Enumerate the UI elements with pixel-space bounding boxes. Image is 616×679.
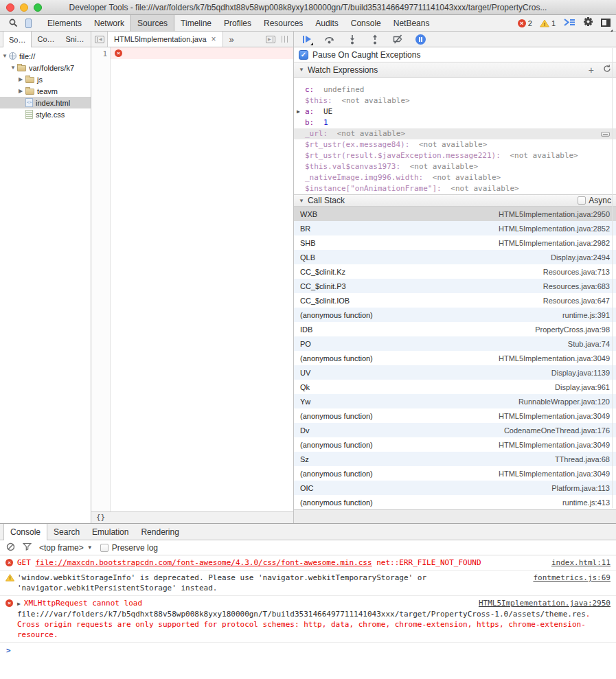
callstack-frame[interactable]: (anonymous function) HTML5Implementation… xyxy=(294,466,616,481)
callstack-frame[interactable]: WXB HTML5Implementation.java:2950 xyxy=(294,207,616,221)
error-line[interactable] xyxy=(111,47,293,59)
callstack-frame[interactable]: SHB HTML5Implementation.java:2982 xyxy=(294,235,616,250)
execution-context-selector[interactable]: <top frame> xyxy=(39,543,93,553)
step-over-button[interactable] xyxy=(324,34,335,45)
callstack-frame[interactable]: Sz TThread.java:68 xyxy=(294,452,616,466)
frame-location[interactable]: RunnableWrapper.java:120 xyxy=(518,398,610,406)
pretty-print-button[interactable]: {} xyxy=(96,513,105,522)
callstack-frame[interactable]: CC_$clinit.IOB Resources.java:647 xyxy=(294,293,616,308)
tree-item[interactable]: style.css xyxy=(0,108,91,120)
expand-icon[interactable] xyxy=(297,106,300,117)
callstack-frame[interactable]: IDB PropertyCross.java:98 xyxy=(294,322,616,336)
console-message-warning[interactable]: ! fontmetrics.js:69 'window.webkitStorag… xyxy=(0,571,616,596)
console-message-xhr-error[interactable]: HTML5Implementation.java:2950 XMLHttpReq… xyxy=(0,596,616,643)
panel-tab[interactable]: Resources xyxy=(258,15,309,31)
sidebar-tab[interactable]: Sni… xyxy=(60,32,90,47)
frame-location[interactable]: Resources.java:713 xyxy=(543,268,610,276)
watch-expression[interactable]: $rt_ustr(result.$javaException.message22… xyxy=(294,150,616,161)
watch-expression[interactable]: _nativeImage.img996.width: <not availabl… xyxy=(294,172,616,183)
message-source-link[interactable]: HTML5Implementation.java:2950 xyxy=(479,598,611,608)
watch-expression[interactable]: _url: <not available> xyxy=(294,128,616,139)
callstack-frame[interactable]: CC_$clinit.Kz Resources.java:713 xyxy=(294,264,616,279)
minimize-window-button[interactable] xyxy=(20,3,28,12)
frame-location[interactable]: HTML5Implementation.java:2852 xyxy=(499,225,610,233)
frame-location[interactable]: Resources.java:647 xyxy=(543,297,610,305)
frame-location[interactable]: runtime.js:413 xyxy=(562,498,610,507)
filter-button[interactable] xyxy=(23,542,32,553)
frame-location[interactable]: Platform.java:113 xyxy=(551,484,610,492)
show-navigator-button[interactable] xyxy=(91,32,108,47)
call-stack-header[interactable]: Call Stack Async xyxy=(294,194,616,207)
disclosure-icon[interactable] xyxy=(19,88,25,94)
callstack-frame[interactable]: (anonymous function) runtime.js:391 xyxy=(294,308,616,322)
pause-on-exceptions-button[interactable] xyxy=(415,34,426,45)
close-window-button[interactable] xyxy=(6,3,14,12)
panel-tab[interactable]: Audits xyxy=(309,15,344,31)
disclosure-icon[interactable] xyxy=(19,76,25,82)
frame-location[interactable]: CodenameOneThread.java:176 xyxy=(504,426,610,435)
async-toggle[interactable]: Async xyxy=(578,196,611,205)
callstack-frame[interactable]: Yw RunnableWrapper.java:120 xyxy=(294,394,616,408)
drawer-tab[interactable]: Search xyxy=(47,524,86,540)
preserve-log-toggle[interactable]: Preserve log xyxy=(100,543,158,553)
panel-tab[interactable]: Console xyxy=(345,15,387,31)
delete-watch-icon[interactable] xyxy=(601,132,610,137)
panel-tab[interactable]: Elements xyxy=(41,15,88,31)
frame-location[interactable]: Display.java:1139 xyxy=(551,369,610,377)
settings-button[interactable] xyxy=(583,16,593,30)
frame-location[interactable]: Display.java:2494 xyxy=(551,253,610,262)
callstack-frame[interactable]: (anonymous function) HTML5Implementation… xyxy=(294,408,616,423)
frame-location[interactable]: HTML5Implementation.java:3049 xyxy=(499,470,610,478)
watch-expression[interactable]: $rt_ustr(ex.message84): <not available> xyxy=(294,139,616,150)
refresh-watch-button[interactable] xyxy=(603,65,611,75)
resume-button[interactable] xyxy=(301,34,312,45)
device-mode-button[interactable] xyxy=(21,15,36,31)
message-source-link[interactable]: index.html:11 xyxy=(551,557,611,568)
callstack-frame[interactable]: CC_$clinit.P3 Resources.java:683 xyxy=(294,279,616,293)
callstack-frame[interactable]: QLB Display.java:2494 xyxy=(294,250,616,264)
clear-console-button[interactable] xyxy=(6,542,15,553)
sidebar-tab[interactable]: Co… xyxy=(32,32,60,47)
editor-body[interactable]: 1 xyxy=(91,47,293,511)
watch-expression[interactable]: $instance["onAnimationFrame"]: <not avai… xyxy=(294,183,616,194)
watch-expressions-header[interactable]: Watch Expressions + xyxy=(294,62,616,78)
watch-expression[interactable]: $this.val$canvas1973: <not available> xyxy=(294,161,616,172)
more-tabs-button[interactable] xyxy=(223,32,240,47)
warning-count-badge[interactable]: ! 1 xyxy=(540,19,556,27)
callstack-frame[interactable]: (anonymous function) HTML5Implementation… xyxy=(294,437,616,452)
callstack-frame[interactable]: UV Display.java:1139 xyxy=(294,365,616,380)
pause-on-caught-row[interactable]: Pause On Caught Exceptions xyxy=(294,47,616,62)
drawer-tab[interactable]: Rendering xyxy=(135,524,185,540)
add-watch-button[interactable]: + xyxy=(589,67,594,73)
tree-item[interactable]: teavm xyxy=(0,85,91,97)
editor-tab[interactable]: HTML5Implementation.java xyxy=(108,32,223,47)
frame-location[interactable]: Stub.java:74 xyxy=(568,340,610,348)
splitter-grip-icon[interactable] xyxy=(282,36,288,43)
step-out-button[interactable] xyxy=(369,34,380,45)
zoom-window-button[interactable] xyxy=(34,3,42,12)
close-tab-icon[interactable] xyxy=(212,34,216,44)
frame-location[interactable]: PropertyCross.java:98 xyxy=(535,325,610,334)
expand-message-icon[interactable] xyxy=(17,601,21,607)
panel-tab[interactable]: Network xyxy=(88,15,130,31)
sidebar-tab[interactable]: So… xyxy=(3,32,32,47)
watch-expression[interactable]: a: UE xyxy=(294,106,616,117)
frame-location[interactable]: HTML5Implementation.java:3049 xyxy=(499,412,610,420)
callstack-frame[interactable]: PO Stub.java:74 xyxy=(294,336,616,351)
frame-location[interactable]: HTML5Implementation.java:2950 xyxy=(499,210,610,218)
inspect-element-button[interactable] xyxy=(5,15,21,31)
callstack-frame[interactable]: Qk Display.java:961 xyxy=(294,380,616,394)
console-prompt[interactable]: > xyxy=(0,643,616,658)
callstack-frame[interactable]: (anonymous function) runtime.js:413 xyxy=(294,495,616,509)
tree-item[interactable]: file:// xyxy=(0,50,91,62)
drawer-tab[interactable]: Console xyxy=(3,524,47,540)
drawer-tab[interactable]: Emulation xyxy=(86,524,135,540)
code-area[interactable] xyxy=(111,47,293,511)
toggle-drawer-button[interactable] xyxy=(563,17,575,30)
panel-tab[interactable]: NetBeans xyxy=(387,15,436,31)
console-message-error[interactable]: index.html:11 GET file://maxcdn.bootstra… xyxy=(0,555,616,571)
callstack-frame[interactable]: (anonymous function) HTML5Implementation… xyxy=(294,351,616,365)
disclosure-icon[interactable] xyxy=(10,65,17,71)
dock-side-button[interactable] xyxy=(601,17,611,30)
disclosure-icon[interactable] xyxy=(2,53,9,59)
